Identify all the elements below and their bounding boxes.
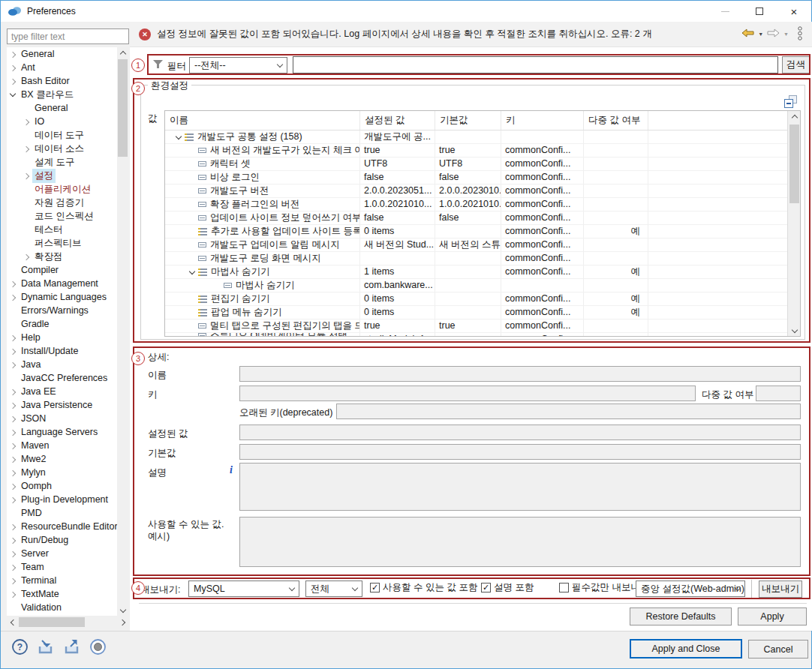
tree-filter-input[interactable] xyxy=(7,28,129,44)
sidebar-item[interactable]: Plug-in Development xyxy=(7,493,128,506)
sidebar-item[interactable]: Mylyn xyxy=(7,466,128,479)
sidebar-item[interactable]: 데이터 소스 xyxy=(7,142,128,155)
search-button[interactable]: 검색 xyxy=(782,56,810,74)
export-button[interactable]: 내보내기 xyxy=(759,580,802,598)
column-header[interactable]: 키 xyxy=(501,111,584,130)
table-row[interactable]: 마법사 숨기기com.bankware... xyxy=(165,279,800,292)
sidebar-item[interactable]: Data Management xyxy=(7,277,128,290)
sidebar-item[interactable]: Maven xyxy=(7,439,128,452)
collapse-all-icon[interactable] xyxy=(784,95,797,108)
sidebar-item[interactable]: Bash Editor xyxy=(7,74,128,88)
chevron-right-icon[interactable] xyxy=(7,524,19,530)
scroll-down-icon[interactable] xyxy=(788,325,801,336)
sidebar-item[interactable]: 데이터 도구 xyxy=(7,128,128,142)
sidebar-item[interactable]: IO xyxy=(7,115,128,128)
table-row[interactable]: 편집기 숨기기0 itemscommonConfi...예 xyxy=(165,292,800,306)
table-row[interactable]: 업데이트 사이트 정보 덮어쓰기 여부falsefalsecommonConfi… xyxy=(165,212,800,225)
scroll-left-icon[interactable] xyxy=(7,616,18,628)
export-icon[interactable] xyxy=(63,639,81,658)
chevron-right-icon[interactable] xyxy=(7,430,19,435)
nav-back-icon[interactable] xyxy=(741,28,754,40)
sidebar-item[interactable]: Gradle xyxy=(7,317,128,331)
sidebar-item[interactable]: 설계 도구 xyxy=(7,155,128,169)
export-target-select[interactable]: 중앙 설정값(Web-admin) xyxy=(636,580,745,597)
scrollbar-thumb[interactable] xyxy=(118,59,128,157)
set-value-field[interactable] xyxy=(239,424,801,440)
chevron-right-icon[interactable] xyxy=(7,443,19,448)
chevron-right-icon[interactable] xyxy=(7,403,19,408)
sidebar-item[interactable]: Dynamic Languages xyxy=(7,290,128,304)
column-header[interactable]: 다중 값 여부 xyxy=(584,111,648,130)
nav-forward-icon[interactable] xyxy=(767,28,780,40)
filter-scope-select[interactable]: --전체-- xyxy=(189,57,287,74)
chevron-right-icon[interactable] xyxy=(7,416,19,422)
description-field[interactable] xyxy=(239,463,801,511)
chevron-right-icon[interactable] xyxy=(7,295,19,300)
table-row[interactable]: 스튜디오 O네비게이터 모듈 선택studioModule1...commonC… xyxy=(165,333,800,337)
chevron-right-icon[interactable] xyxy=(7,335,19,340)
nav-forward-dropdown-icon[interactable]: ▼ xyxy=(783,32,789,37)
table-row[interactable]: 확장 플러그인의 버전1.0.0.2021010...1.0.0.2021010… xyxy=(165,198,800,212)
table-row[interactable]: 팝업 메뉴 숨기기0 itemscommonConfi...예 xyxy=(165,306,800,320)
scroll-up-icon[interactable] xyxy=(788,111,801,122)
table-row[interactable]: 캐릭터 셋UTF8UTF8commonConfi... xyxy=(165,158,800,171)
sidebar-item[interactable]: JSON xyxy=(7,412,128,425)
allowed-values-field[interactable] xyxy=(239,517,801,567)
chevron-right-icon[interactable] xyxy=(7,565,19,570)
sidebar-item[interactable]: 퍼스펙티브 xyxy=(7,236,128,250)
sidebar-item[interactable]: PMD xyxy=(7,506,128,520)
apply-and-close-button[interactable]: Apply and Close xyxy=(630,639,742,658)
sidebar-item[interactable]: Team xyxy=(7,560,128,574)
table-row[interactable]: 추가로 사용할 업데이트 사이트 등록0 itemscommonConfi...… xyxy=(165,225,800,238)
sidebar-item[interactable]: 코드 인스펙션 xyxy=(7,209,128,223)
sidebar-item[interactable]: ResourceBundle Editor xyxy=(7,520,128,533)
sidebar-item[interactable]: Terminal xyxy=(7,574,128,587)
sidebar-item[interactable]: BX 클라우드 xyxy=(7,88,128,101)
checkbox-checked-icon[interactable]: ✓ xyxy=(481,583,491,592)
tree-horizontal-scrollbar[interactable] xyxy=(7,616,128,628)
sidebar-item[interactable]: Help xyxy=(7,331,128,344)
restore-defaults-button[interactable]: Restore Defaults xyxy=(630,608,732,626)
sidebar-item[interactable]: 자원 검증기 xyxy=(7,196,128,209)
sidebar-item[interactable]: Oomph xyxy=(7,479,128,493)
export-format-select[interactable]: MySQL xyxy=(188,580,299,597)
scrollbar-thumb[interactable] xyxy=(19,617,85,627)
close-icon[interactable]: × xyxy=(777,1,811,22)
sidebar-item[interactable]: Language Servers xyxy=(7,425,128,439)
sidebar-item[interactable]: Validation xyxy=(7,601,128,614)
chevron-right-icon[interactable] xyxy=(7,362,19,368)
apply-button[interactable]: Apply xyxy=(738,608,807,626)
deprecated-key-field[interactable] xyxy=(336,404,801,419)
chevron-down-icon[interactable] xyxy=(173,136,185,139)
table-row[interactable]: 개발도구 버전2.0.0.2023051...2.0.0.2023010...c… xyxy=(165,184,800,198)
chevron-right-icon[interactable] xyxy=(7,578,19,584)
sidebar-item[interactable]: General xyxy=(7,101,128,115)
table-row[interactable]: 새 버전의 개발도구가 있는지 체크 여truetruecommonConfi.… xyxy=(165,144,800,158)
export-option-checkbox[interactable]: ✓설명 포함 xyxy=(481,581,534,594)
sidebar-item[interactable]: Mwe2 xyxy=(7,452,128,466)
overflow-menu-icon[interactable] xyxy=(797,26,803,43)
table-row[interactable]: 멀티 탭으로 구성된 편집기의 탭을 드truetruecommonConfi.… xyxy=(165,320,800,333)
tree-vertical-scrollbar[interactable] xyxy=(117,47,128,616)
chevron-right-icon[interactable] xyxy=(7,52,19,57)
default-value-field[interactable] xyxy=(239,444,801,460)
chevron-right-icon[interactable] xyxy=(20,146,32,152)
chevron-right-icon[interactable] xyxy=(7,65,19,70)
chevron-right-icon[interactable] xyxy=(7,592,19,597)
filter-search-input[interactable] xyxy=(293,56,778,74)
multi-value-field[interactable] xyxy=(756,386,801,401)
sidebar-item[interactable]: Compiler xyxy=(7,263,128,277)
chevron-right-icon[interactable] xyxy=(7,349,19,354)
chevron-right-icon[interactable] xyxy=(7,551,19,556)
chevron-right-icon[interactable] xyxy=(20,173,32,178)
table-row[interactable]: 비상 로그인falsefalsecommonConfi... xyxy=(165,171,800,184)
sidebar-item[interactable]: Java EE xyxy=(7,385,128,398)
chevron-right-icon[interactable] xyxy=(7,389,19,394)
chevron-right-icon[interactable] xyxy=(7,470,19,476)
chevron-right-icon[interactable] xyxy=(7,538,19,543)
column-header[interactable]: 이름 xyxy=(165,111,360,130)
sidebar-item[interactable]: TextMate xyxy=(7,587,128,601)
minimize-icon[interactable] xyxy=(708,1,742,22)
sidebar-item[interactable]: Install/Update xyxy=(7,344,128,358)
chevron-right-icon[interactable] xyxy=(7,484,19,489)
